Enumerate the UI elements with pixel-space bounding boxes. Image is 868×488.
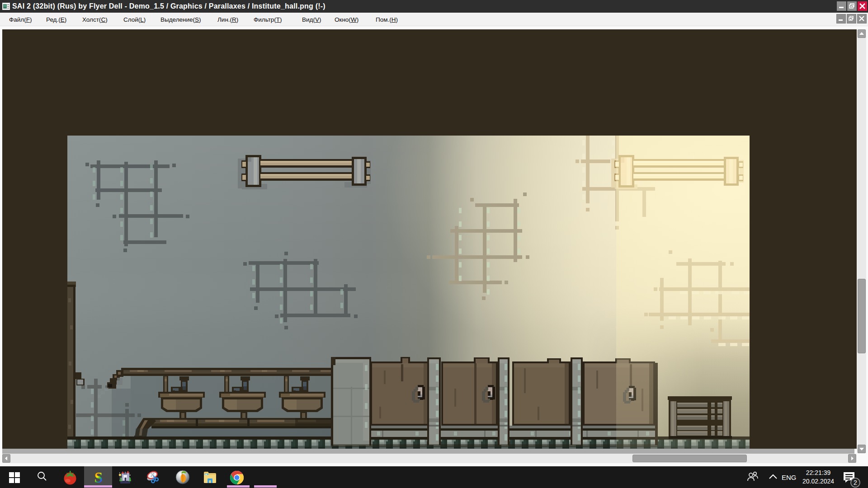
svg-text:2: 2	[854, 479, 857, 486]
svg-text:S: S	[94, 469, 103, 485]
